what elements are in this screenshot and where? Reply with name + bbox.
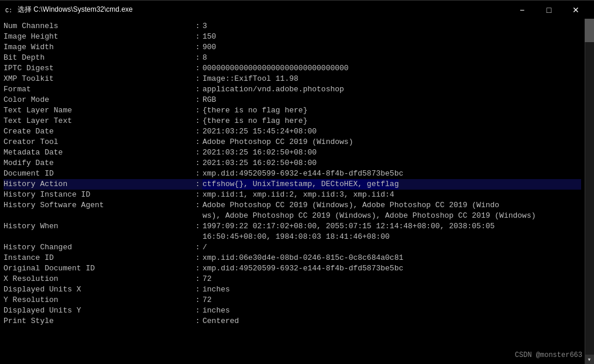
close-button[interactable]: ✕: [562, 1, 589, 19]
minimize-button[interactable]: −: [509, 1, 535, 19]
line-label: History Changed: [4, 242, 191, 253]
terminal-line: History Instance ID : xmp.iid:1, xmp.iid…: [4, 190, 581, 200]
terminal-line: Displayed Units Y : inches: [4, 305, 581, 316]
line-colon: :: [191, 284, 202, 295]
window-controls: − □ ✕: [509, 1, 589, 19]
line-value: Adobe Photoshop CC 2019 (Windows), Adobe…: [202, 200, 499, 211]
line-value: 1997:09:22 02:17:02+08:00, 2055:07:15 12…: [202, 221, 495, 232]
line-value: inches: [202, 284, 230, 295]
line-colon: :: [191, 53, 202, 63]
cmd-icon: C:: [5, 5, 14, 15]
line-colon: :: [191, 305, 202, 316]
line-value: 72: [202, 274, 212, 284]
terminal-line: Color Mode : RGB: [4, 95, 581, 105]
terminal-line: Text Layer Name : {there is no flag here…: [4, 105, 581, 116]
line-value: Centered: [202, 316, 239, 327]
line-colon: :: [191, 242, 202, 253]
line-label: History When: [4, 221, 191, 232]
terminal-window: Num Channels : 3Image Height : 150Image …: [0, 19, 594, 364]
line-value: 00000000000000000000000000000000: [202, 63, 349, 74]
line-colon: :: [191, 263, 202, 274]
line-colon: :: [191, 179, 202, 190]
line-colon: :: [191, 32, 202, 42]
line-value: 2021:03:25 16:02:50+08:00: [202, 158, 317, 169]
line-colon: :: [191, 316, 202, 327]
line-label: Displayed Units Y: [4, 305, 191, 316]
line-value: Image::ExifTool 11.98: [202, 74, 298, 84]
line-colon: :: [191, 190, 202, 200]
line-colon: :: [191, 221, 202, 232]
line-label: X Resolution: [4, 274, 191, 284]
line-label: History Instance ID: [4, 190, 191, 200]
line-label: IPTC Digest: [4, 63, 191, 74]
line-colon: :: [191, 21, 202, 32]
line-value: application/vnd.adobe.photoshop: [202, 84, 344, 95]
terminal-line: Text Layer Text : {there is no flag here…: [4, 116, 581, 126]
line-value: xmp.iid:06e30d4e-08bd-0246-815c-0c8c684a…: [202, 253, 403, 263]
terminal-line: Image Height : 150: [4, 32, 581, 42]
terminal-line: History Changed : /: [4, 242, 581, 253]
terminal-line: Create Date : 2021:03:25 15:45:24+08:00: [4, 126, 581, 137]
window-title: 选择 C:\Windows\System32\cmd.exe: [18, 5, 509, 15]
terminal-line: Modify Date : 2021:03:25 16:02:50+08:00: [4, 158, 581, 169]
terminal-line: X Resolution : 72: [4, 274, 581, 284]
line-colon: :: [191, 274, 202, 284]
line-value: xmp.did:49520599-6932-e144-8f4b-dfd5873b…: [202, 169, 403, 179]
line-label: Modify Date: [4, 158, 191, 169]
line-label: XMP Toolkit: [4, 74, 191, 84]
line-colon: :: [191, 126, 202, 137]
scrollbar-thumb[interactable]: [585, 19, 594, 42]
terminal-line: Image Width : 900: [4, 42, 581, 53]
line-label: Displayed Units X: [4, 284, 191, 295]
terminal-line: 16:50:45+08:00, 1984:08:03 18:41:46+08:0…: [4, 232, 581, 242]
terminal-line: Instance ID : xmp.iid:06e30d4e-08bd-0246…: [4, 253, 581, 263]
terminal-line: History When : 1997:09:22 02:17:02+08:00…: [4, 221, 581, 232]
line-label: Num Channels: [4, 21, 191, 32]
watermark: CSDN @monster663: [515, 351, 582, 359]
terminal-line: Displayed Units X : inches: [4, 284, 581, 295]
line-colon: :: [191, 253, 202, 263]
terminal-line: Num Channels : 3: [4, 21, 581, 32]
line-colon: :: [191, 137, 202, 147]
line-value: /: [202, 242, 207, 253]
line-label: Original Document ID: [4, 263, 191, 274]
line-colon: :: [191, 200, 202, 211]
line-colon: :: [191, 95, 202, 105]
line-label: Color Mode: [4, 95, 191, 105]
terminal-line: History Action : ctfshow{}, UnixTimestam…: [4, 179, 581, 190]
terminal-line: Document ID : xmp.did:49520599-6932-e144…: [4, 169, 581, 179]
scrollbar[interactable]: ▲ ▼: [585, 19, 594, 364]
line-value: 8: [202, 53, 207, 63]
line-colon: :: [191, 169, 202, 179]
line-colon: :: [191, 42, 202, 53]
line-value: ctfshow{}, UnixTimestamp, DECtoHEX, getf…: [202, 179, 399, 190]
line-label: Metadata Date: [4, 147, 191, 158]
scroll-down-arrow[interactable]: ▼: [585, 355, 594, 364]
line-value: 150: [202, 32, 216, 42]
titlebar: C: 选择 C:\Windows\System32\cmd.exe − □ ✕: [0, 0, 594, 19]
line-colon: :: [191, 116, 202, 126]
line-label: Instance ID: [4, 253, 191, 263]
line-value: 900: [202, 42, 216, 53]
line-value: Adobe Photoshop CC 2019 (Windows): [202, 137, 353, 147]
line-value: 2021:03:25 15:45:24+08:00: [202, 126, 317, 137]
line-value: inches: [202, 305, 230, 316]
line-value: xmp.did:49520599-6932-e144-8f4b-dfd5873b…: [202, 263, 403, 274]
line-label: Text Layer Name: [4, 105, 191, 116]
restore-button[interactable]: □: [535, 1, 562, 19]
line-value: {there is no flag here}: [202, 105, 307, 116]
line-colon: :: [191, 295, 202, 305]
line-colon: :: [191, 63, 202, 74]
line-label: Create Date: [4, 126, 191, 137]
terminal-line: Metadata Date : 2021:03:25 16:02:50+08:0…: [4, 147, 581, 158]
line-value: {there is no flag here}: [202, 116, 307, 126]
terminal-line: Original Document ID : xmp.did:49520599-…: [4, 263, 581, 274]
svg-text:C:: C:: [5, 8, 12, 14]
line-label: Image Width: [4, 42, 191, 53]
terminal-line: Print Style : Centered: [4, 316, 581, 327]
line-label: Bit Depth: [4, 53, 191, 63]
line-value: ws), Adobe Photoshop CC 2019 (Windows), …: [202, 211, 536, 221]
line-label: Image Height: [4, 32, 191, 42]
terminal-line: IPTC Digest : 00000000000000000000000000…: [4, 63, 581, 74]
line-colon: :: [191, 74, 202, 84]
